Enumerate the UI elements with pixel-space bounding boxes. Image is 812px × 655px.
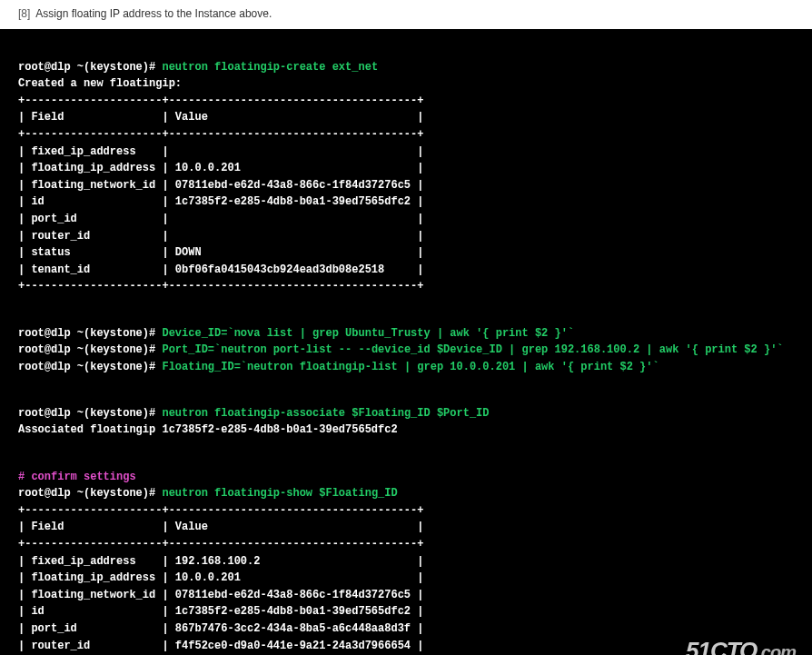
table2-row: | port_id | 867b7476-3cc2-434a-8ba5-a6c4…: [18, 622, 423, 635]
table1-border-bot: +---------------------+-----------------…: [18, 280, 423, 293]
table2-border-top: +---------------------+-----------------…: [18, 504, 423, 517]
out-created: Created a new floatingip:: [18, 77, 182, 90]
step-number: [8]: [18, 7, 30, 20]
shell-prompt: root@dlp ~(keystone)#: [18, 361, 155, 373]
cmd-create: neutron floatingip-create ext_net: [162, 61, 378, 74]
table2-row: | floating_network_id | 07811ebd-e62d-43…: [18, 589, 423, 601]
shell-prompt: root@dlp ~(keystone)#: [18, 343, 155, 356]
table1-row: | id | 1c7385f2-e285-4db8-b0a1-39ed7565d…: [18, 195, 423, 208]
table2-border-mid: +---------------------+-----------------…: [18, 538, 423, 551]
table1-row: | floating_network_id | 07811ebd-e62d-43…: [18, 179, 423, 192]
table1-row: | status | DOWN |: [18, 246, 423, 259]
table1-border-top: +---------------------+-----------------…: [18, 94, 423, 107]
table1-row: | tenant_id | 0bf06fa0415043cb924ead3db0…: [18, 263, 423, 276]
table1-row: | router_id | |: [18, 230, 423, 243]
table1-row: | fixed_ip_address | |: [18, 145, 423, 158]
table2-row: | floating_ip_address | 10.0.0.201 |: [18, 571, 423, 584]
shell-prompt: root@dlp ~(keystone)#: [18, 61, 155, 74]
block-show: # confirm settings root@dlp ~(keystone)#…: [18, 469, 794, 655]
step-text: Assign floating IP address to the Instan…: [35, 7, 272, 20]
table1-row: | floating_ip_address | 10.0.0.201 |: [18, 162, 423, 174]
cmd-associate: neutron floatingip-associate $Floating_I…: [162, 407, 489, 420]
shell-prompt: root@dlp ~(keystone)#: [18, 407, 155, 420]
table2-row: | fixed_ip_address | 192.168.100.2 |: [18, 555, 423, 568]
shell-prompt: root@dlp ~(keystone)#: [18, 487, 155, 500]
table1-border-mid: +---------------------+-----------------…: [18, 128, 423, 141]
cmd-device-id: Device_ID=`nova list | grep Ubuntu_Trust…: [162, 327, 574, 340]
block-associate: root@dlp ~(keystone)# neutron floatingip…: [18, 405, 794, 439]
block-vars: root@dlp ~(keystone)# Device_ID=`nova li…: [18, 325, 794, 376]
table1-header: | Field | Value |: [18, 111, 423, 124]
table2-row: | id | 1c7385f2-e285-4db8-b0a1-39ed7565d…: [18, 605, 423, 618]
step-header: [8] Assign floating IP address to the In…: [0, 0, 812, 29]
cmd-show: neutron floatingip-show $Floating_ID: [162, 487, 397, 500]
out-associated: Associated floatingip 1c7385f2-e285-4db8…: [18, 423, 398, 436]
cmd-port-id: Port_ID=`neutron port-list -- --device_i…: [162, 343, 783, 356]
shell-prompt: root@dlp ~(keystone)#: [18, 327, 155, 340]
cmd-floating-id: Floating_ID=`neutron floatingip-list | g…: [162, 361, 659, 373]
comment-confirm: # confirm settings: [18, 471, 136, 483]
block-create: root@dlp ~(keystone)# neutron floatingip…: [18, 59, 794, 295]
table1-row: | port_id | |: [18, 213, 423, 225]
terminal-output: root@dlp ~(keystone)# neutron floatingip…: [0, 29, 812, 655]
table2-row: | router_id | f4f52ce0-d9a0-441e-9a21-24…: [18, 640, 423, 652]
table2-header: | Field | Value |: [18, 521, 423, 533]
